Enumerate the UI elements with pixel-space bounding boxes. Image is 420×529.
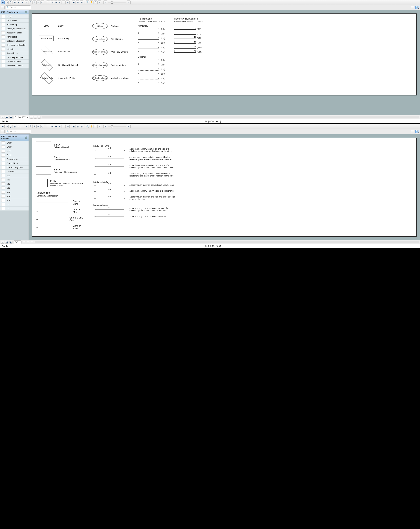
- lib-tool[interactable]: ▦: [80, 0, 83, 4]
- relationship-row[interactable]: ⪤M:1⟜a one through many notation on one …: [93, 148, 413, 152]
- relationship-simple[interactable]: ⊸One and only One: [36, 216, 85, 222]
- hand-tool[interactable]: ✋: [90, 125, 93, 128]
- cardinality-line[interactable]: 1N(1:N): [174, 42, 204, 44]
- harr-tool[interactable]: ↔: [58, 125, 62, 128]
- close-icon[interactable]: [25, 136, 27, 139]
- view-mode2[interactable]: [34, 116, 37, 119]
- tree-toggle[interactable]: [1, 6, 5, 9]
- view-mode2[interactable]: [27, 241, 29, 243]
- pointer-tool[interactable]: ▶: [1, 125, 5, 128]
- relationship-row[interactable]: ⪤M:1⟜a one through many notation on one …: [93, 164, 413, 169]
- zoom-slider[interactable]: [108, 2, 126, 3]
- relationship-shape[interactable]: Relationship: [39, 48, 55, 55]
- canvas[interactable]: Entity(with no attributes)Entity(with at…: [32, 138, 417, 237]
- zoom-out-button[interactable]: −: [103, 0, 107, 4]
- sidebar-item[interactable]: Weak entity: [0, 19, 28, 23]
- branch2-tool[interactable]: ┘: [28, 0, 32, 4]
- sidebar-item[interactable]: Entity: [0, 153, 28, 157]
- arrow-tool[interactable]: ↦: [54, 0, 58, 4]
- varr-tool[interactable]: ↕: [62, 0, 66, 4]
- close-icon[interactable]: [25, 11, 27, 13]
- derived-attribute-shape[interactable]: Derived attribute: [92, 62, 108, 68]
- zoom-select[interactable]: Custom 79% ⌄: [14, 116, 29, 119]
- nav-first[interactable]: ⏮: [1, 241, 4, 244]
- cardinality-line[interactable]: M(0:M): [174, 46, 204, 49]
- nav-first[interactable]: ⏮: [1, 116, 4, 119]
- sidebar-item[interactable]: Entity: [0, 141, 28, 145]
- ellipse-tool[interactable]: ◯: [9, 125, 13, 128]
- cardinality-line[interactable]: N(0:N): [174, 37, 204, 39]
- relationship-row[interactable]: ⪤M:M⟜a zero through many on one side and…: [93, 196, 413, 200]
- sidebar-item[interactable]: Recursive relationship: [0, 43, 28, 47]
- entity-variant[interactable]: Entity(with attributes field): [36, 154, 85, 162]
- sidebar-item[interactable]: M:M: [0, 198, 28, 202]
- nav-next[interactable]: ▶: [10, 116, 13, 119]
- sidebar-item[interactable]: 1:1: [0, 207, 28, 211]
- h-scrollbar[interactable]: [42, 116, 419, 119]
- relationship-row[interactable]: ⪤M:1⟜a zero through many notation on one…: [93, 172, 413, 177]
- attribute-shape[interactable]: Attribute: [92, 23, 108, 29]
- entity-shape[interactable]: Entity: [39, 23, 54, 29]
- cardinality-line[interactable]: 1(0:1): [138, 59, 168, 61]
- search-box[interactable]: 🔍 Search: [6, 5, 31, 9]
- print-tool[interactable]: ⎙: [94, 0, 97, 4]
- tree-tool[interactable]: ┬: [36, 125, 40, 128]
- cardinality-line[interactable]: 1M(1:M): [174, 51, 204, 53]
- cardinality-line[interactable]: 11(1:1): [174, 32, 204, 35]
- panel-header[interactable]: ERD, crow's foot notation: [0, 134, 28, 141]
- line-tool[interactable]: ＼: [46, 125, 50, 128]
- cardinality-line[interactable]: 1M(1:M): [138, 82, 168, 84]
- hand-tool[interactable]: ✋: [90, 0, 93, 4]
- relationship-row[interactable]: ⪤1:1⟜a one and only one notation on one …: [93, 207, 413, 212]
- view-grid[interactable]: [411, 6, 414, 9]
- branch2-tool[interactable]: ┘: [28, 125, 32, 128]
- sub-tool[interactable]: ▥: [76, 0, 79, 4]
- tree-toggle[interactable]: [1, 130, 5, 133]
- view-mode1[interactable]: [23, 241, 26, 243]
- zoom-slider[interactable]: [108, 126, 126, 127]
- branch3-tool[interactable]: └: [32, 125, 36, 128]
- relationship-row[interactable]: ⪤1:1⟜a one and only one notation on both…: [93, 215, 413, 218]
- doc-tool[interactable]: ▢: [40, 125, 44, 128]
- varr-tool[interactable]: ↕: [62, 125, 66, 128]
- cardinality-line[interactable]: N(0:N): [138, 37, 168, 40]
- sub-tool[interactable]: ▥: [76, 125, 79, 128]
- sidebar-item[interactable]: M:1: [0, 182, 28, 186]
- cardinality-line[interactable]: N(0:N): [138, 68, 168, 70]
- branch-tool[interactable]: ⌐: [25, 0, 28, 4]
- relationship-row[interactable]: ⪤M:M⟜a zero through many on both sides o…: [93, 184, 413, 186]
- curve-tool[interactable]: ⤳: [50, 125, 54, 128]
- cardinality-line[interactable]: 1N(1:N): [138, 73, 168, 75]
- zoom-select[interactable]: 75% ⌄: [14, 240, 22, 244]
- connector-tool[interactable]: ↳: [17, 0, 20, 4]
- sidebar-item[interactable]: One and only One: [0, 166, 28, 170]
- nav-prev[interactable]: ◀: [5, 116, 8, 119]
- sidebar-item[interactable]: Relationship: [0, 23, 28, 27]
- sidebar-item[interactable]: Participation: [0, 35, 28, 39]
- branch-tool[interactable]: ⌐: [25, 125, 28, 128]
- group-tool[interactable]: ▣: [72, 0, 75, 4]
- sidebar-item[interactable]: Attribute: [0, 47, 28, 51]
- harr-tool[interactable]: ↔: [58, 0, 62, 4]
- sidebar-item[interactable]: One or More: [0, 161, 28, 166]
- view-mode3[interactable]: [31, 241, 33, 243]
- canvas[interactable]: EntityEntity Weak EntityWeak Entity Rela…: [32, 13, 417, 95]
- cardinality-line[interactable]: 1M(1:M): [138, 51, 168, 53]
- view-mode3[interactable]: [38, 116, 41, 119]
- relationship-simple[interactable]: ⊸Zero or More: [36, 200, 85, 205]
- view-search[interactable]: 🔍: [415, 6, 419, 9]
- view-mode1[interactable]: [30, 116, 33, 119]
- sidebar-item[interactable]: 1:1: [0, 202, 28, 207]
- sidebar-item[interactable]: M:1: [0, 178, 28, 182]
- weak-key-attribute-shape[interactable]: Weak key attribute: [92, 49, 108, 55]
- entity-variant[interactable]: Entity(with no attributes): [36, 142, 85, 150]
- grid-tool[interactable]: ▦: [13, 0, 16, 4]
- sidebar-item[interactable]: M:M: [0, 194, 28, 198]
- search-box[interactable]: 🔍 Search: [6, 130, 31, 133]
- view-search[interactable]: 🔍: [415, 130, 419, 133]
- rect-tool[interactable]: ▭: [5, 0, 9, 4]
- sidebar-item[interactable]: Entity: [0, 149, 28, 153]
- panel-header[interactable]: ERD, Chen's nota...: [0, 10, 28, 14]
- entity-variant[interactable]: Entity(attributes field with columns): [36, 167, 85, 175]
- pen-tool[interactable]: ✎: [97, 125, 101, 128]
